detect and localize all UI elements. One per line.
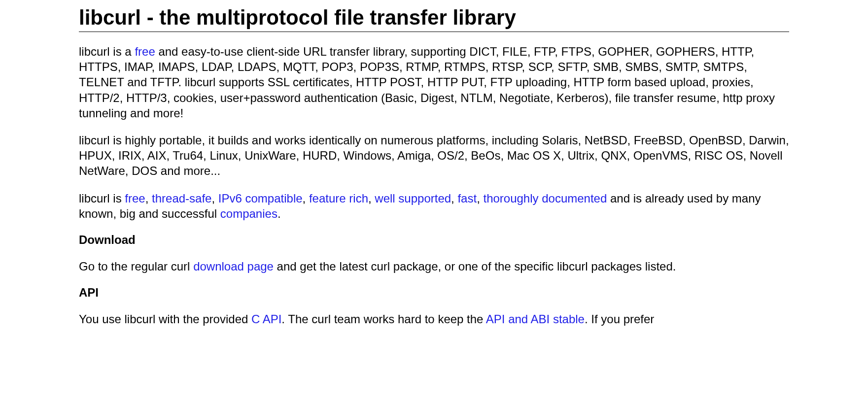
text: and get the latest curl package, or one … bbox=[274, 260, 676, 273]
link-free[interactable]: free bbox=[125, 192, 145, 205]
text: and easy-to-use client-side URL transfer… bbox=[79, 45, 775, 120]
link-fast[interactable]: fast bbox=[457, 192, 477, 205]
api-paragraph: You use libcurl with the provided C API.… bbox=[79, 311, 789, 327]
text: libcurl is a bbox=[79, 45, 135, 58]
text: , bbox=[145, 192, 152, 205]
text: . If you prefer bbox=[585, 312, 654, 326]
heading-api: API bbox=[79, 286, 789, 300]
intro-paragraph-2: libcurl is highly portable, it builds an… bbox=[79, 133, 789, 179]
link-well-supported[interactable]: well supported bbox=[375, 192, 451, 205]
text: You use libcurl with the provided bbox=[79, 312, 251, 326]
text: Go to the regular curl bbox=[79, 260, 193, 273]
link-c-api[interactable]: C API bbox=[251, 312, 281, 326]
text: , bbox=[451, 192, 457, 205]
page-title: libcurl - the multiprotocol file transfe… bbox=[79, 6, 789, 32]
text: , bbox=[477, 192, 483, 205]
text: , bbox=[303, 192, 309, 205]
text: . The curl team works hard to keep the bbox=[281, 312, 486, 326]
heading-download: Download bbox=[79, 233, 789, 247]
link-thoroughly-documented[interactable]: thoroughly documented bbox=[483, 192, 607, 205]
text: , bbox=[211, 192, 218, 205]
text: libcurl is bbox=[79, 192, 125, 205]
main-content: libcurl - the multiprotocol file transfe… bbox=[79, 0, 789, 327]
link-api-abi-stable[interactable]: API and ABI stable bbox=[486, 312, 585, 326]
link-thread-safe[interactable]: thread-safe bbox=[152, 192, 211, 205]
link-download-page[interactable]: download page bbox=[193, 260, 274, 273]
intro-paragraph-1: libcurl is a free and easy-to-use client… bbox=[79, 44, 789, 121]
link-feature-rich[interactable]: feature rich bbox=[309, 192, 368, 205]
text: . bbox=[278, 207, 281, 220]
link-ipv6-compatible[interactable]: IPv6 compatible bbox=[218, 192, 303, 205]
intro-paragraph-3: libcurl is free, thread-safe, IPv6 compa… bbox=[79, 191, 789, 221]
link-free[interactable]: free bbox=[135, 45, 155, 58]
text: , bbox=[368, 192, 375, 205]
download-paragraph: Go to the regular curl download page and… bbox=[79, 259, 789, 274]
link-companies[interactable]: companies bbox=[220, 207, 278, 220]
